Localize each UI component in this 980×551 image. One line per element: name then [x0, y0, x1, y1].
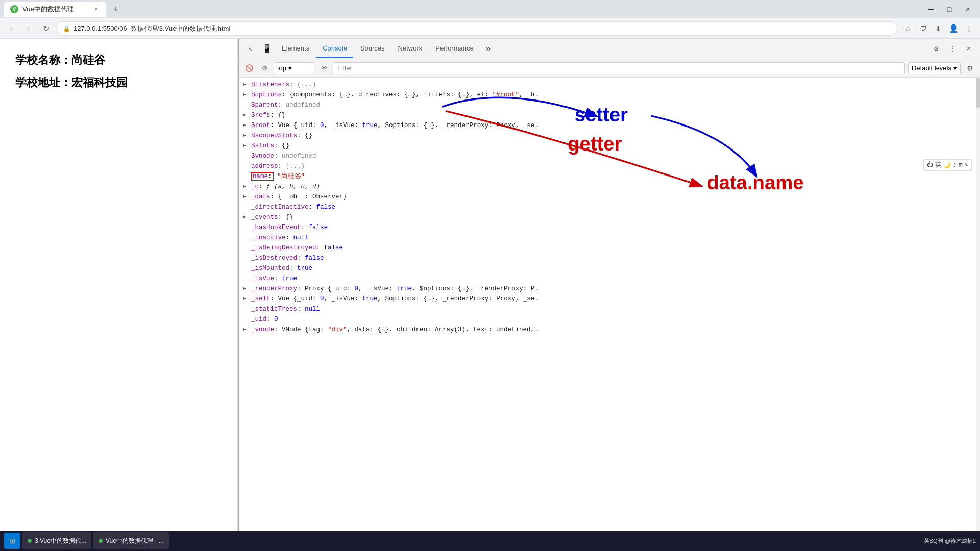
tab-sources[interactable]: Sources [354, 40, 391, 58]
list-item[interactable]: ▶ _events: {} [239, 212, 980, 222]
ext-icon-5: ⊞ [959, 161, 963, 169]
list-item[interactable]: $parent: undefined [239, 100, 980, 110]
taskbar-right-text: 英SQ刊 @待木成楠2 [924, 537, 976, 545]
filter-input[interactable] [333, 62, 905, 74]
address-bar: ‹ › ↻ 🔒 127.0.0.1:5500/06_数据代理/3.Vue中的数据… [0, 18, 980, 39]
bookmark-button[interactable]: ☆ [900, 21, 915, 36]
expand-arrow-icon: ▶ [243, 131, 246, 140]
name-line[interactable]: name: "尚硅谷" [239, 171, 980, 182]
stop-on-exception-button[interactable]: ⊘ [258, 62, 271, 74]
window-controls: ─ □ × [923, 1, 976, 17]
list-item[interactable]: ▶ $root: Vue {_uid: 0, _isVue: true, $op… [239, 120, 980, 131]
list-item[interactable]: ▶ $slots: {} [239, 141, 980, 151]
list-item[interactable]: _isMounted: true [239, 263, 980, 273]
profile-button[interactable]: 👤 [946, 21, 961, 36]
list-item[interactable]: ▶ $scopedSlots: {} [239, 131, 980, 141]
titlebar: V Vue中的数据代理 × + ─ □ × ‹ › ↻ 🔒 127.0.0.1:… [0, 0, 980, 39]
taskbar-item-indicator [99, 539, 103, 543]
list-item[interactable]: ▶ _renderProxy: Proxy {_uid: 0, _isVue: … [239, 284, 980, 294]
list-item[interactable]: _isDestroyed: false [239, 253, 980, 263]
list-item[interactable]: _isVue: true [239, 273, 980, 284]
lock-icon: 🔒 [63, 25, 70, 32]
devtools-settings-button[interactable]: ⚙ [929, 42, 943, 56]
page-content: 学校名称：尚硅谷 学校地址：宏福科技园 [0, 39, 238, 531]
tab-console[interactable]: Console [316, 40, 353, 58]
address-input[interactable]: 🔒 127.0.0.1:5500/06_数据代理/3.Vue中的数据代理.htm… [56, 21, 897, 36]
list-item[interactable]: _directInactive: false [239, 202, 980, 212]
forward-button[interactable]: › [21, 21, 36, 36]
close-button[interactable]: × [960, 1, 976, 17]
tab-close-button[interactable]: × [92, 5, 100, 13]
console-settings-button[interactable]: ⚙ [964, 62, 976, 74]
console-output[interactable]: ▶ $listeners: (...) ▶ $options: {compone… [239, 78, 980, 531]
devtools-menu-button[interactable]: ⋮ [945, 42, 960, 56]
devtools-header: ↖ 📱 Elements Console Sources Network Per… [239, 39, 980, 59]
tab-elements[interactable]: Elements [276, 40, 315, 58]
expand-arrow-icon: ▶ [243, 284, 246, 293]
tab-performance[interactable]: Performance [429, 40, 479, 58]
list-item[interactable]: address: (...) [239, 161, 980, 171]
tab-favicon: V [10, 5, 18, 13]
taskbar-item-1-label: 3.Vue中的数据代... [35, 537, 86, 545]
tab-title: Vue中的数据代理 [22, 5, 74, 14]
more-tabs-button[interactable]: » [481, 41, 496, 57]
ext-icon-2: 英 [935, 161, 941, 169]
browser-tab[interactable]: V Vue中的数据代理 × [4, 2, 106, 17]
list-item[interactable]: ▶ _c: ƒ (a, b, c, d) [239, 182, 980, 192]
ext-icon-6: ✎ [965, 161, 968, 169]
name-key-box: name: [251, 172, 274, 181]
device-toolbar-button[interactable]: 📱 [259, 41, 275, 57]
inspect-element-button[interactable]: ↖ [243, 41, 258, 57]
more-button[interactable]: ⋮ [962, 21, 976, 36]
taskbar: ⊞ 3.Vue中的数据代... Vue中的数据代理 - ... 英SQ刊 @待木… [0, 531, 980, 551]
school-address: 学校地址：宏福科技园 [15, 71, 222, 94]
list-item[interactable]: _staticTrees: null [239, 304, 980, 314]
eye-button[interactable]: 👁 [317, 62, 330, 74]
refresh-button[interactable]: ↻ [39, 21, 53, 36]
clear-console-button[interactable]: 🚫 [243, 62, 255, 74]
list-item[interactable]: ▶ $listeners: (...) [239, 80, 980, 90]
extension1-button[interactable]: 🛡 [916, 21, 930, 36]
extension2-button[interactable]: ⬇ [931, 21, 945, 36]
taskbar-item-indicator [28, 539, 32, 543]
taskbar-system-tray: 英SQ刊 @待木成楠2 [924, 537, 976, 545]
log-levels-selector[interactable]: Default levels ▾ [908, 62, 961, 74]
devtools-panel: ↖ 📱 Elements Console Sources Network Per… [238, 39, 980, 531]
list-item[interactable]: ▶ _data: {__ob__: Observer} [239, 192, 980, 202]
context-dropdown-icon: ▾ [288, 64, 292, 72]
expand-arrow-icon: ▶ [243, 192, 246, 202]
list-item[interactable]: ▶ $refs: {} [239, 110, 980, 120]
context-selector[interactable]: top ▾ [274, 62, 314, 74]
list-item[interactable]: _uid: 0 [239, 314, 980, 324]
ext-icon-3: 🌙 [943, 161, 951, 169]
taskbar-item-1[interactable]: 3.Vue中的数据代... [22, 532, 91, 549]
list-item[interactable]: ▶ $options: {components: {…}, directives… [239, 90, 980, 100]
back-button[interactable]: ‹ [4, 21, 18, 36]
list-item[interactable]: _inactive: null [239, 233, 980, 243]
scrollbar[interactable] [976, 78, 980, 531]
expand-arrow-icon: ▶ [243, 80, 246, 89]
minimize-button[interactable]: ─ [923, 1, 939, 17]
expand-arrow-icon: ▶ [243, 141, 246, 151]
devtools-close-button[interactable]: × [962, 42, 976, 56]
school-name: 学校名称：尚硅谷 [15, 49, 222, 71]
ext-icon-1: ⏻ [927, 161, 933, 169]
tab-network[interactable]: Network [392, 40, 429, 58]
levels-dropdown-icon: ▾ [953, 64, 957, 72]
list-item[interactable]: _isBeingDestroyed: false [239, 243, 980, 253]
expand-arrow-icon: ▶ [243, 90, 246, 99]
list-item[interactable]: ▶ _vnode: VNode {tag: "div", data: {…}, … [239, 324, 980, 335]
context-value: top [277, 64, 286, 72]
start-button[interactable]: ⊞ [4, 533, 20, 549]
maximize-button[interactable]: □ [941, 1, 958, 17]
new-tab-button[interactable]: + [108, 2, 122, 16]
expand-arrow-icon: ▶ [243, 121, 246, 130]
list-item[interactable]: $vnode: undefined [239, 151, 980, 161]
console-toolbar: 🚫 ⊘ top ▾ 👁 Default levels ▾ ⚙ [239, 59, 980, 78]
list-item[interactable]: ▶ _self: Vue {_uid: 0, _isVue: true, $op… [239, 294, 980, 304]
scrollbar-thumb[interactable] [976, 78, 980, 108]
expand-arrow-icon: ▶ [243, 111, 246, 120]
taskbar-item-2[interactable]: Vue中的数据代理 - ... [93, 532, 169, 549]
devtools-right-controls: ⚙ ⋮ × [929, 42, 976, 56]
list-item[interactable]: _hasHookEvent: false [239, 222, 980, 233]
